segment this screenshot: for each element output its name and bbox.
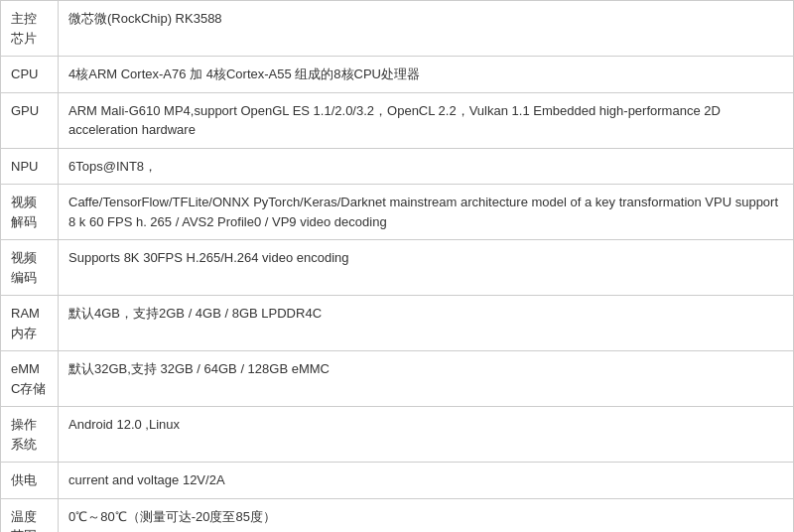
table-row: 温度范围0℃～80℃（测量可达-20度至85度）: [1, 498, 794, 532]
table-row: eMMC存储默认32GB,支持 32GB / 64GB / 128GB eMMC: [1, 351, 794, 407]
table-row: 操作系统Android 12.0 ,Linux: [1, 407, 794, 463]
label-cell: GPU: [1, 92, 59, 148]
label-cell: 操作系统: [1, 407, 59, 463]
table-row: CPU4核ARM Cortex-A76 加 4核Cortex-A55 组成的8核…: [1, 57, 794, 93]
label-cell: eMMC存储: [1, 351, 59, 407]
value-cell: 微芯微(RockChip) RK3588: [59, 1, 794, 57]
spec-table: 主控芯片微芯微(RockChip) RK3588CPU4核ARM Cortex-…: [0, 0, 794, 532]
value-cell: 默认32GB,支持 32GB / 64GB / 128GB eMMC: [59, 351, 794, 407]
label-cell: NPU: [1, 148, 59, 185]
table-row: 视频解码Caffe/TensorFlow/TFLite/ONNX PyTorch…: [1, 185, 794, 240]
value-cell: 0℃～80℃（测量可达-20度至85度）: [59, 498, 794, 532]
label-cell: 视频解码: [1, 185, 59, 240]
label-cell: 供电: [1, 463, 59, 499]
table-row: 供电current and voltage 12V/2A: [1, 463, 794, 499]
value-cell: ARM Mali-G610 MP4,support OpenGL ES 1.1/…: [59, 92, 794, 148]
value-cell: 默认4GB，支持2GB / 4GB / 8GB LPDDR4C: [59, 296, 794, 351]
table-row: NPU6Tops@INT8，: [1, 148, 794, 185]
table-row: RAM内存默认4GB，支持2GB / 4GB / 8GB LPDDR4C: [1, 296, 794, 351]
value-cell: Caffe/TensorFlow/TFLite/ONNX PyTorch/Ker…: [59, 185, 794, 240]
table-row: GPUARM Mali-G610 MP4,support OpenGL ES 1…: [1, 92, 794, 148]
value-cell: Supports 8K 30FPS H.265/H.264 video enco…: [59, 240, 794, 296]
value-cell: 6Tops@INT8，: [59, 148, 794, 185]
table-row: 视频编码Supports 8K 30FPS H.265/H.264 video …: [1, 240, 794, 296]
label-cell: 主控芯片: [1, 1, 59, 57]
value-cell: 4核ARM Cortex-A76 加 4核Cortex-A55 组成的8核CPU…: [59, 57, 794, 93]
label-cell: 温度范围: [1, 498, 59, 532]
table-row: 主控芯片微芯微(RockChip) RK3588: [1, 1, 794, 57]
label-cell: RAM内存: [1, 296, 59, 351]
value-cell: Android 12.0 ,Linux: [59, 407, 794, 463]
label-cell: 视频编码: [1, 240, 59, 296]
label-cell: CPU: [1, 57, 59, 93]
value-cell: current and voltage 12V/2A: [59, 463, 794, 499]
